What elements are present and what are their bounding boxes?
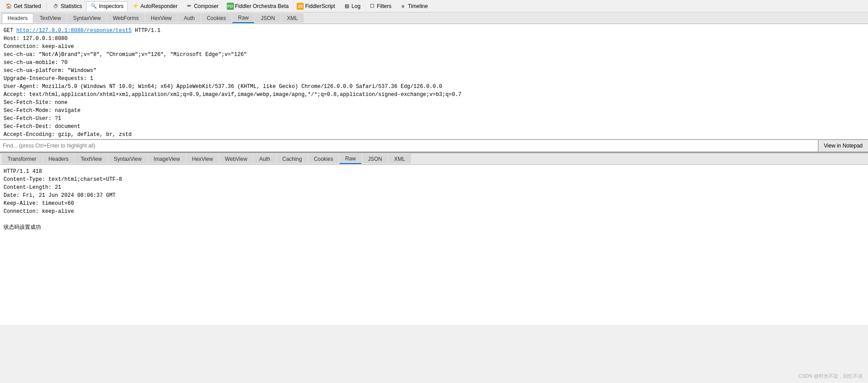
find-bar: View in Notepad <box>0 140 868 152</box>
nav-composer[interactable]: ✏ Composer <box>182 2 222 11</box>
request-headers-body: Host: 127.0.0.1:8080 Connection: keep-al… <box>4 36 462 140</box>
nav-filters[interactable]: ☐ Filters <box>365 2 395 11</box>
top-nav-bar: 🏠 Get Started ⏱ Statistics 🔍 Inspectors … <box>0 0 868 12</box>
nav-orchestra[interactable]: FO Fiddler Orchestra Beta <box>223 2 293 11</box>
nav-log[interactable]: ▤ Log <box>340 2 364 11</box>
home-icon: 🏠 <box>5 3 12 10</box>
request-url[interactable]: http://127.0.0.1:8080/response/test5 <box>16 28 132 34</box>
request-protocol: HTTP/1.1 <box>132 28 161 34</box>
timeline-icon: ≡ <box>399 3 406 10</box>
tab-request-syntaxview[interactable]: SyntaxView <box>67 13 106 23</box>
tab-request-textview[interactable]: TextView <box>34 13 67 23</box>
tab-request-xml[interactable]: XML <box>281 13 304 23</box>
tab-response-cookies[interactable]: Cookies <box>308 154 339 164</box>
tab-response-headers[interactable]: Headers <box>43 154 74 164</box>
tab-response-hexview[interactable]: HexView <box>186 154 219 164</box>
nav-fiddlerscript[interactable]: JS FiddlerScript <box>293 2 338 11</box>
response-body: HTTP/1.1 418 Content-Type: text/html;cha… <box>4 168 122 231</box>
tab-request-raw[interactable]: Raw <box>232 13 254 23</box>
watermark: CSDN @时光不染，回忆不淡 <box>799 373 863 379</box>
tab-response-webview[interactable]: WebView <box>219 154 253 164</box>
lightning-icon: ⚡ <box>132 3 139 10</box>
tab-response-json[interactable]: JSON <box>362 154 388 164</box>
nav-inspectors[interactable]: 🔍 Inspectors <box>86 1 127 11</box>
filter-icon: ☐ <box>369 3 376 10</box>
request-tab-bar: Headers TextView SyntaxView WebForms Hex… <box>0 12 868 24</box>
view-in-notepad-button[interactable]: View in Notepad <box>818 140 868 152</box>
compose-icon: ✏ <box>185 3 193 10</box>
tab-request-json[interactable]: JSON <box>255 13 281 23</box>
request-content: GET http://127.0.0.1:8080/response/test5… <box>0 24 868 140</box>
tab-request-webforms[interactable]: WebForms <box>107 13 145 23</box>
inspect-icon: 🔍 <box>90 3 97 10</box>
tab-request-cookies[interactable]: Cookies <box>201 13 232 23</box>
tab-request-headers[interactable]: Headers <box>2 13 33 23</box>
log-icon: ▤ <box>343 3 350 10</box>
request-method: GET <box>4 28 16 34</box>
tab-response-textview[interactable]: TextView <box>75 154 108 164</box>
nav-divider-1 <box>46 2 47 10</box>
nav-autoresponder[interactable]: ⚡ AutoResponder <box>129 2 181 11</box>
tab-request-auth[interactable]: Auth <box>178 13 201 23</box>
nav-get-started[interactable]: 🏠 Get Started <box>2 2 44 11</box>
js-icon: JS <box>297 3 304 10</box>
tab-response-imageview[interactable]: ImageView <box>148 154 186 164</box>
tab-response-syntaxview[interactable]: SyntaxView <box>108 154 147 164</box>
tab-response-xml[interactable]: XML <box>388 154 411 164</box>
tab-response-raw[interactable]: Raw <box>339 154 362 164</box>
nav-statistics[interactable]: ⏱ Statistics <box>48 2 85 11</box>
nav-timeline[interactable]: ≡ Timeline <box>396 2 431 11</box>
tab-response-caching[interactable]: Caching <box>277 154 308 164</box>
response-content: HTTP/1.1 418 Content-Type: text/html;cha… <box>0 165 868 325</box>
find-input[interactable] <box>0 140 818 152</box>
tab-request-hexview[interactable]: HexView <box>145 13 177 23</box>
tab-response-transformer[interactable]: Transformer <box>2 154 42 164</box>
fo-icon: FO <box>227 3 234 10</box>
tab-response-auth[interactable]: Auth <box>253 154 276 164</box>
chart-icon: ⏱ <box>52 3 59 10</box>
response-tab-bar: Transformer Headers TextView SyntaxView … <box>0 153 868 165</box>
